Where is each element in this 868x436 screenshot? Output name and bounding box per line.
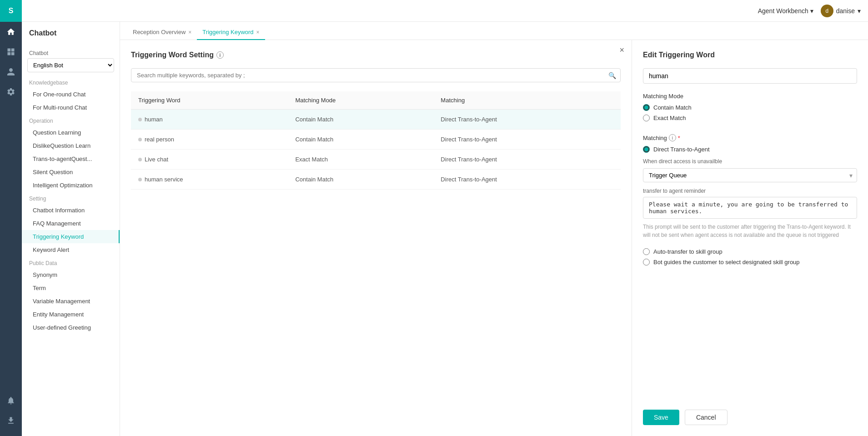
right-panel: Edit Triggering Word Matching Mode Conta… <box>632 40 868 436</box>
cell-matching-mode: Contain Match <box>288 170 433 190</box>
chatbot-select[interactable]: English Bot <box>27 58 114 72</box>
sidebar-item-trans-to-agent[interactable]: Trans-to-agentQuest... <box>22 152 120 165</box>
table-row[interactable]: human Contain Match Direct Trans-to-Agen… <box>131 110 621 130</box>
sidebar-item-entity-mgmt[interactable]: Entity Management <box>22 308 120 321</box>
table-row[interactable]: Live chat Exact Match Direct Trans-to-Ag… <box>131 150 621 170</box>
sidebar-item-triggering-keyword[interactable]: Triggering Keyword <box>22 230 120 243</box>
user-avatar: d <box>821 5 833 17</box>
cell-word: real person <box>131 130 288 150</box>
cell-matching-mode: Contain Match <box>288 130 433 150</box>
search-input[interactable] <box>131 68 621 82</box>
bot-guides-radio[interactable] <box>643 259 650 266</box>
nav-settings-icon[interactable] <box>0 82 22 102</box>
trigger-queue-select[interactable]: Trigger Queue <box>643 168 857 182</box>
tab-reception-overview[interactable]: Reception Overview × <box>127 25 197 40</box>
content-area: × Triggering Word Setting i 🔍 Triggering… <box>120 40 868 436</box>
direct-trans-radio[interactable] <box>643 146 650 153</box>
nav-home-icon[interactable] <box>0 22 22 42</box>
sidebar-item-synonym[interactable]: Synonym <box>22 268 120 281</box>
direct-trans-option[interactable]: Direct Trans-to-Agent <box>643 146 857 153</box>
matching-info-icon: i <box>669 134 676 141</box>
nav-bell-icon[interactable] <box>0 391 22 411</box>
sidebar-knowledgebase-label: Knowledgebase <box>22 76 120 88</box>
matching-mode-label-text: Matching Mode <box>643 93 683 100</box>
auto-transfer-option[interactable]: Auto-transfer to skill group <box>643 248 857 255</box>
agent-workbench-label: Agent Workbench <box>758 7 808 15</box>
exact-match-label: Exact Match <box>653 115 686 121</box>
save-button[interactable]: Save <box>643 410 679 425</box>
triggering-word-input[interactable] <box>643 68 857 84</box>
cell-word: human <box>131 110 288 130</box>
cell-word: human service <box>131 170 288 190</box>
main-content: Reception Overview × Triggering Keyword … <box>120 22 868 436</box>
cell-matching-mode: Contain Match <box>288 110 433 130</box>
tab-triggering-keyword[interactable]: Triggering Keyword × <box>197 25 265 40</box>
user-menu[interactable]: d danise ▾ <box>821 5 861 17</box>
bot-guides-label: Bot guides the customer to select design… <box>653 259 800 266</box>
topbar: Agent Workbench ▾ d danise ▾ <box>0 0 868 22</box>
status-dot <box>138 178 142 181</box>
nav-download-icon[interactable] <box>0 411 22 431</box>
sidebar-item-question-learning[interactable]: Question Learning <box>22 126 120 139</box>
exact-match-radio[interactable] <box>643 115 650 121</box>
close-button[interactable]: × <box>619 45 624 55</box>
matching-mode-label: Matching Mode <box>643 93 857 100</box>
status-dot <box>138 118 142 121</box>
sidebar-item-user-defined-greeting[interactable]: User-defined Greeting <box>22 321 120 334</box>
sidebar-item-chatbot-info[interactable]: Chatbot Information <box>22 204 120 217</box>
sidebar-public-data-label: Public Data <box>22 256 120 268</box>
direct-trans-label: Direct Trans-to-Agent <box>653 146 710 153</box>
tab-reception-overview-label: Reception Overview <box>133 29 186 35</box>
table-row[interactable]: real person Contain Match Direct Trans-t… <box>131 130 621 150</box>
agent-workbench-chevron-icon: ▾ <box>810 7 813 15</box>
reminder-label: transfer to agent reminder <box>643 188 857 194</box>
table-row[interactable]: human service Contain Match Direct Trans… <box>131 170 621 190</box>
cell-matching: Direct Trans-to-Agent <box>433 130 621 150</box>
sidebar-item-keyword-alert[interactable]: Keyword Alert <box>22 243 120 256</box>
sidebar-setting-label: Setting <box>22 192 120 204</box>
cell-matching: Direct Trans-to-Agent <box>433 170 621 190</box>
matching-required-star: * <box>678 135 680 141</box>
matching-section: Matching i * Direct Trans-to-Agent When … <box>643 134 857 269</box>
cell-matching-mode: Exact Match <box>288 150 433 170</box>
bottom-actions: Save Cancel <box>643 401 857 425</box>
keyword-table: Triggering Word Matching Mode Matching h… <box>131 91 621 190</box>
sidebar-item-variable-mgmt[interactable]: Variable Management <box>22 295 120 308</box>
status-dot <box>138 138 142 141</box>
sidebar-item-multi-round[interactable]: For Multi-round Chat <box>22 101 120 114</box>
sidebar-item-silent-question[interactable]: Silent Question <box>22 165 120 179</box>
panel-title: Triggering Word Setting i <box>131 51 621 59</box>
reminder-textarea[interactable]: Please wait a minute, you are going to b… <box>643 197 857 219</box>
auto-transfer-label: Auto-transfer to skill group <box>653 248 722 255</box>
contain-match-option[interactable]: Contain Match <box>643 104 857 111</box>
sidebar-section-chatbot: Chatbot <box>22 45 120 58</box>
sidebar-title: Chatbot <box>22 29 120 45</box>
search-bar: 🔍 <box>131 68 621 82</box>
auto-transfer-radio[interactable] <box>643 248 650 255</box>
tab-triggering-keyword-label: Triggering Keyword <box>202 29 253 35</box>
nav-grid-icon[interactable] <box>0 42 22 62</box>
chatbot-selector[interactable]: English Bot <box>27 58 114 72</box>
agent-workbench-dropdown[interactable]: Agent Workbench ▾ <box>758 7 813 15</box>
contain-match-radio[interactable] <box>643 104 650 111</box>
exact-match-option[interactable]: Exact Match <box>643 115 857 121</box>
status-dot <box>138 158 142 161</box>
sidebar-item-faq-mgmt[interactable]: FAQ Management <box>22 217 120 230</box>
bot-guides-option[interactable]: Bot guides the customer to select design… <box>643 259 857 266</box>
nav-users-icon[interactable] <box>0 62 22 82</box>
matching-mode-group: Contain Match Exact Match <box>643 104 857 125</box>
sidebar-item-intelligent-opt[interactable]: Intelligent Optimization <box>22 179 120 192</box>
tab-triggering-keyword-close[interactable]: × <box>256 29 260 35</box>
tab-reception-overview-close[interactable]: × <box>188 29 191 35</box>
sidebar-item-dislike-question[interactable]: DislikeQuestion Learn <box>22 139 120 152</box>
col-matching: Matching <box>433 91 621 110</box>
cancel-button[interactable]: Cancel <box>685 410 728 425</box>
search-icon: 🔍 <box>608 72 616 79</box>
logo[interactable]: S <box>0 0 22 22</box>
cell-matching: Direct Trans-to-Agent <box>433 110 621 130</box>
panel-title-text: Triggering Word Setting <box>131 51 214 59</box>
user-chevron-icon: ▾ <box>858 7 861 15</box>
sidebar-item-one-round[interactable]: For One-round Chat <box>22 88 120 101</box>
matching-label: Matching i * <box>643 134 857 141</box>
sidebar-item-term[interactable]: Term <box>22 281 120 295</box>
